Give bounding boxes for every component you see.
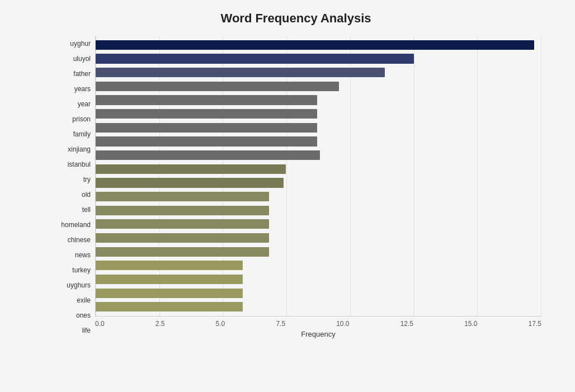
bar <box>96 261 243 270</box>
chart-title: Word Frequency Analysis <box>50 11 541 26</box>
bars-wrapper <box>95 36 541 317</box>
y-label: life <box>50 327 91 334</box>
x-tick: 17.5 <box>529 320 541 328</box>
bar-row <box>96 190 541 204</box>
y-label: istanbul <box>50 161 91 168</box>
bar <box>96 68 385 77</box>
bar <box>96 150 320 160</box>
bar <box>96 289 243 298</box>
bar-row <box>96 300 541 314</box>
y-label: chinese <box>50 237 91 243</box>
y-label: turkey <box>50 267 91 273</box>
bar <box>96 178 284 187</box>
bar <box>96 164 286 174</box>
y-axis: uyghuruluyolfatheryearsyearprisonfamilyx… <box>50 36 95 338</box>
bar-row <box>96 286 541 300</box>
bar <box>96 109 317 119</box>
y-label: news <box>50 252 91 258</box>
bar-row <box>96 218 541 232</box>
y-label: years <box>50 86 91 92</box>
bar <box>96 123 317 133</box>
x-tick: 5.0 <box>216 320 225 328</box>
y-label: year <box>50 101 91 107</box>
bar-row <box>96 162 541 176</box>
bar-row <box>96 65 541 79</box>
y-label: uyghur <box>50 40 91 47</box>
x-tick: 15.0 <box>464 320 477 328</box>
bar <box>96 275 243 284</box>
bar <box>96 206 269 215</box>
bar-row <box>96 121 541 135</box>
y-label: prison <box>50 116 91 122</box>
bar <box>96 302 243 311</box>
bar-row <box>96 245 541 259</box>
bar <box>96 233 269 243</box>
bar-row <box>96 38 541 52</box>
bar <box>96 136 317 146</box>
chart-container: Word Frequency Analysis uyghuruluyolfath… <box>0 0 575 392</box>
x-tick: 0.0 <box>95 320 105 328</box>
x-tick: 2.5 <box>155 320 165 328</box>
bar-row <box>96 176 541 190</box>
bar-row <box>96 93 541 107</box>
y-label: homeland <box>50 221 91 228</box>
bar <box>96 40 534 50</box>
bar <box>96 82 339 91</box>
x-tick: 12.5 <box>400 320 413 328</box>
y-label: xinjiang <box>50 146 91 153</box>
bar-row <box>96 79 541 93</box>
x-axis-label: Frequency <box>95 330 541 338</box>
bar-row <box>96 272 541 286</box>
bar-row <box>96 231 541 245</box>
y-label: exile <box>50 297 91 304</box>
chart-area: uyghuruluyolfatheryearsyearprisonfamilyx… <box>50 36 541 338</box>
bar <box>96 247 269 257</box>
y-label: old <box>50 191 91 198</box>
y-label: ones <box>50 312 91 319</box>
bar-row <box>96 52 541 66</box>
bar-row <box>96 204 541 218</box>
x-axis: 0.02.55.07.510.012.515.017.5 <box>95 317 541 328</box>
y-label: father <box>50 70 91 77</box>
bar <box>96 219 269 229</box>
bar <box>96 54 414 63</box>
y-label: try <box>50 176 91 183</box>
bars-inner <box>96 36 541 316</box>
y-label: uyghurs <box>50 282 91 289</box>
bar <box>96 192 269 201</box>
bar-row <box>96 107 541 121</box>
bar-row <box>96 259 541 273</box>
bar-row <box>96 148 541 162</box>
y-label: family <box>50 131 91 138</box>
y-label: tell <box>50 206 91 213</box>
bars-and-xaxis: 0.02.55.07.510.012.515.017.5 Frequency <box>95 36 541 338</box>
bar <box>96 95 317 105</box>
y-label: uluyol <box>50 55 91 62</box>
x-tick: 7.5 <box>276 320 285 328</box>
bar-row <box>96 135 541 149</box>
x-tick: 10.0 <box>336 320 349 328</box>
